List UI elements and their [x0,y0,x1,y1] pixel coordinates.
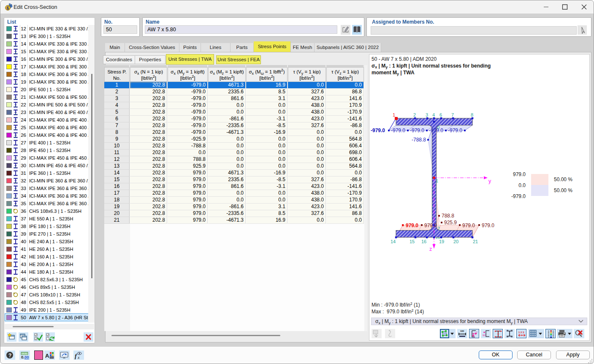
svg-text:z: z [474,336,475,339]
svg-text:Min : -979.0 lbf/in2 (1): Min : -979.0 lbf/in2 (1) [372,302,420,308]
svg-text:-979.0: -979.0 [429,128,443,133]
svg-text:2: 2 [413,112,416,117]
svg-text:z: z [429,246,432,252]
svg-text:979.0: 979.0 [424,223,437,228]
svg-text:50 - AW 7 x 5.80 | ADM 2020: 50 - AW 7 x 5.80 | ADM 2020 [372,56,437,62]
svg-text:-788.8: -788.8 [412,137,426,143]
svg-text:-979.0: -979.0 [410,128,424,133]
svg-text:0.00: 0.00 [21,355,29,359]
svg-text:100: 100 [460,330,464,332]
svg-text:8: 8 [471,112,473,117]
svg-text:788.8: 788.8 [442,213,454,219]
svg-text:6: 6 [439,112,442,117]
svg-text:19: 19 [439,239,444,244]
svg-text:sc: sc [483,334,486,337]
svg-text:925.9: 925.9 [444,220,457,225]
svg-text:50.00 %: 50.00 % [554,187,572,193]
svg-text:21: 21 [473,239,478,244]
svg-text:y: y [488,178,491,184]
svg-text:moment My | TWA: moment My | TWA [372,70,415,76]
svg-text:14: 14 [391,239,396,244]
svg-text:0.0: 0.0 [518,182,526,188]
svg-text:20: 20 [453,239,458,244]
svg-text:-979.0: -979.0 [448,128,462,133]
svg-text:x: x [77,355,80,360]
svg-text:3: 3 [426,112,428,117]
svg-text:979.0: 979.0 [462,223,475,228]
svg-text:A: A [45,353,49,359]
svg-text:4: 4 [432,112,435,117]
svg-text:Max : 979.0 lbf/in2 (14): Max : 979.0 lbf/in2 (14) [372,308,424,315]
svg-text:1: 1 [393,112,395,117]
svg-text:16: 16 [421,239,426,244]
svg-text:1: 1 [436,178,438,183]
svg-text:-979.0: -979.0 [511,193,526,199]
svg-text:979.0: 979.0 [482,223,494,228]
svg-text:-979.0: -979.0 [371,128,385,133]
svg-text:6: 6 [7,5,9,11]
svg-text:1 2 3: 1 2 3 [518,331,524,334]
svg-text:-979.0: -979.0 [391,128,405,133]
svg-text:y: y [476,331,477,333]
svg-text:979.0: 979.0 [513,171,526,177]
svg-text:979.0: 979.0 [406,223,418,228]
svg-text:?: ? [8,353,11,359]
svg-text:50.00 %: 50.00 % [554,177,572,182]
svg-text:σx | My : 1 kipft | Unit norma: σx | My : 1 kipft | Unit normal stresses… [372,63,491,69]
svg-text:15: 15 [410,239,415,244]
svg-text:f: f [75,353,77,359]
svg-text:7: 7 [451,112,454,117]
